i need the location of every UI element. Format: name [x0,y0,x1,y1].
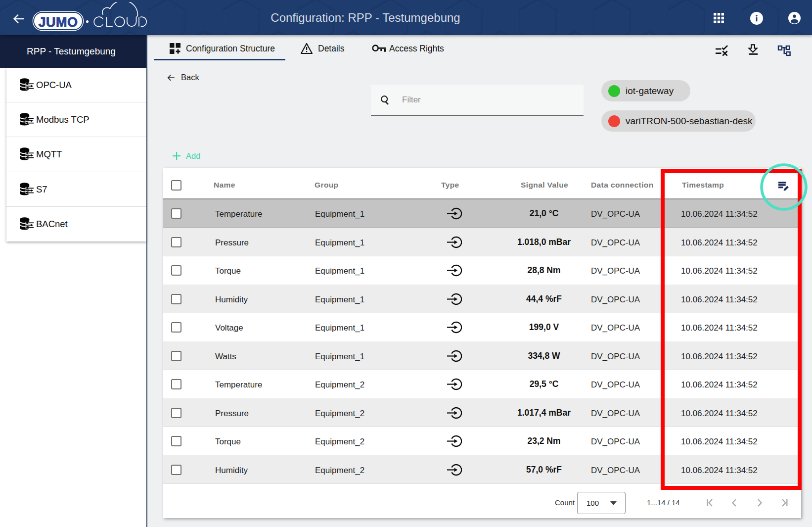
svg-text:JUMO: JUMO [38,15,78,30]
